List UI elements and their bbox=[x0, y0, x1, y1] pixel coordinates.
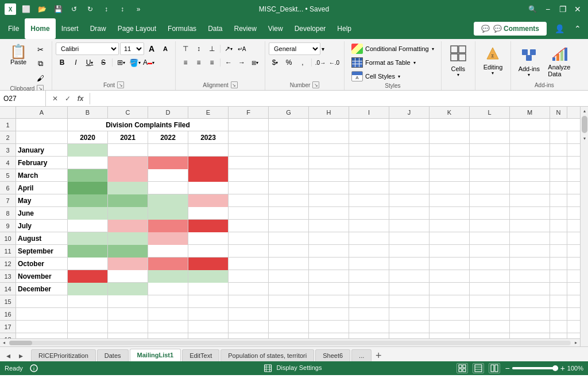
cell-l3[interactable] bbox=[470, 144, 510, 157]
conditional-formatting-button[interactable]: Conditional Formatting ▾ bbox=[348, 42, 438, 55]
cell-n3[interactable] bbox=[550, 144, 567, 157]
col-header-a[interactable]: A bbox=[16, 107, 68, 118]
cell-g13[interactable] bbox=[269, 270, 309, 283]
cell-d11[interactable] bbox=[148, 245, 188, 258]
cell-d1[interactable] bbox=[269, 119, 309, 131]
align-right-button[interactable]: ≡ bbox=[206, 56, 218, 69]
row-header-7[interactable]: 7 bbox=[0, 194, 16, 207]
cell-b13[interactable] bbox=[68, 270, 108, 283]
editing-button[interactable]: Σ Editing ▾ bbox=[479, 42, 508, 78]
cell-c10[interactable] bbox=[108, 232, 148, 245]
col-header-e[interactable]: E bbox=[188, 107, 229, 118]
cell-n4[interactable] bbox=[550, 157, 567, 169]
cell-h13[interactable] bbox=[309, 270, 349, 283]
col-header-l[interactable]: L bbox=[470, 107, 510, 118]
h-scroll-right-button[interactable]: ▸ bbox=[572, 339, 580, 347]
cell-d3[interactable] bbox=[148, 144, 188, 157]
menu-file[interactable]: File bbox=[2, 18, 25, 39]
bold-button[interactable]: B bbox=[56, 56, 68, 69]
cell-d9[interactable] bbox=[148, 220, 188, 232]
decrease-indent-button[interactable]: ← bbox=[222, 56, 235, 69]
cell-l10[interactable] bbox=[470, 232, 510, 245]
cell-m5[interactable] bbox=[510, 169, 550, 182]
row-header-15[interactable]: 15 bbox=[0, 295, 16, 308]
tab-mailinglist1[interactable]: MailingList1 bbox=[130, 349, 181, 361]
col-header-h[interactable]: H bbox=[309, 107, 349, 118]
cell-a10[interactable]: August bbox=[16, 232, 68, 245]
cell-m12[interactable] bbox=[510, 258, 550, 270]
cell-m7[interactable] bbox=[510, 194, 550, 207]
orientation-button[interactable]: ↗▾ bbox=[222, 42, 235, 55]
cell-styles-button[interactable]: A Cell Styles ▾ bbox=[348, 70, 404, 83]
cell-m6[interactable] bbox=[510, 182, 550, 194]
cell-e7[interactable] bbox=[188, 194, 229, 207]
cell-n11[interactable] bbox=[550, 245, 567, 258]
tab-edittext[interactable]: EditText bbox=[182, 349, 219, 361]
cell-b7[interactable] bbox=[68, 194, 108, 207]
cell-g4[interactable] bbox=[269, 157, 309, 169]
cell-c13[interactable] bbox=[108, 270, 148, 283]
col-header-i[interactable]: I bbox=[349, 107, 389, 118]
share-button[interactable]: 👤 bbox=[551, 21, 567, 37]
cell-f6[interactable] bbox=[229, 182, 269, 194]
cell-l9[interactable] bbox=[470, 220, 510, 232]
horizontal-scrollbar[interactable]: ◂ ▸ bbox=[0, 338, 580, 346]
cell-j13[interactable] bbox=[389, 270, 430, 283]
cell-i1[interactable] bbox=[470, 119, 510, 131]
cell-j12[interactable] bbox=[389, 258, 430, 270]
cell-l14[interactable] bbox=[470, 283, 510, 295]
paste-button[interactable]: 📋 Paste bbox=[6, 42, 31, 68]
undo-button[interactable]: ↺ bbox=[68, 3, 80, 15]
align-top-button[interactable]: ⊤ bbox=[179, 42, 192, 55]
cell-i12[interactable] bbox=[349, 258, 389, 270]
cell-h9[interactable] bbox=[309, 220, 349, 232]
row-header-12[interactable]: 12 bbox=[0, 258, 16, 270]
increase-decimal-button[interactable]: .0→ bbox=[314, 56, 327, 69]
cell-f11[interactable] bbox=[229, 245, 269, 258]
underline-button[interactable]: U ▾ bbox=[83, 56, 96, 69]
cell-e1[interactable] bbox=[309, 119, 349, 131]
cell-h12[interactable] bbox=[309, 258, 349, 270]
cancel-formula-button[interactable]: ✕ bbox=[49, 93, 61, 104]
number-expand[interactable]: ↘ bbox=[312, 81, 319, 88]
cell-a5[interactable]: March bbox=[16, 169, 68, 182]
cell-n7[interactable] bbox=[550, 194, 567, 207]
v-scroll-thumb[interactable] bbox=[582, 116, 587, 133]
redo-button[interactable]: ↻ bbox=[84, 3, 96, 15]
cell-b11[interactable] bbox=[68, 245, 108, 258]
cell-b8[interactable] bbox=[68, 207, 108, 220]
cell-l6[interactable] bbox=[470, 182, 510, 194]
col-header-d[interactable]: D bbox=[148, 107, 188, 118]
cell-a7[interactable]: May bbox=[16, 194, 68, 207]
normal-view-button[interactable] bbox=[457, 363, 468, 373]
cell-a6[interactable]: April bbox=[16, 182, 68, 194]
zoom-in-button[interactable]: + bbox=[560, 364, 565, 373]
cell-n10[interactable] bbox=[550, 232, 567, 245]
cell-n6[interactable] bbox=[550, 182, 567, 194]
cell-e13[interactable] bbox=[188, 270, 229, 283]
cell-a16[interactable] bbox=[16, 308, 68, 321]
sort-asc-button[interactable]: ↕ bbox=[100, 3, 113, 15]
cell-m9[interactable] bbox=[510, 220, 550, 232]
cell-i2[interactable] bbox=[349, 131, 389, 144]
cell-g7[interactable] bbox=[269, 194, 309, 207]
tab-scroll-left[interactable]: ◂ bbox=[2, 350, 14, 361]
cell-g12[interactable] bbox=[269, 258, 309, 270]
cell-m10[interactable] bbox=[510, 232, 550, 245]
cell-m4[interactable] bbox=[510, 157, 550, 169]
cell-i7[interactable] bbox=[349, 194, 389, 207]
cell-a11[interactable]: September bbox=[16, 245, 68, 258]
cell-a13[interactable]: November bbox=[16, 270, 68, 283]
col-header-k[interactable]: K bbox=[430, 107, 470, 118]
zoom-slider[interactable] bbox=[512, 367, 558, 369]
cell-f10[interactable] bbox=[229, 232, 269, 245]
cell-j4[interactable] bbox=[389, 157, 430, 169]
v-scroll-down-button[interactable]: ▾ bbox=[581, 134, 589, 142]
h-scroll-thumb[interactable] bbox=[9, 341, 32, 345]
cell-j6[interactable] bbox=[389, 182, 430, 194]
cell-c14[interactable] bbox=[108, 283, 148, 295]
font-color-button[interactable]: A ▬ ▾ bbox=[142, 56, 155, 69]
cell-h7[interactable] bbox=[309, 194, 349, 207]
cell-f3[interactable] bbox=[229, 144, 269, 157]
cell-e4[interactable] bbox=[188, 157, 229, 169]
